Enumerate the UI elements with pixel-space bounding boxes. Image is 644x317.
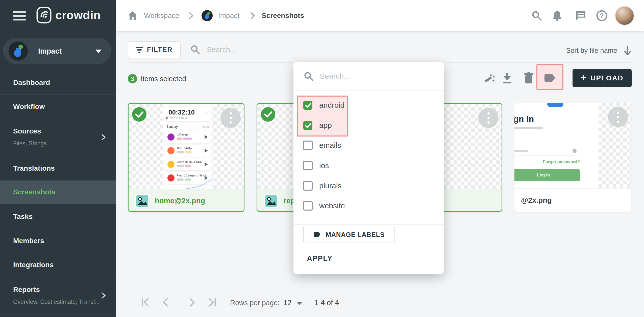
chat-icon[interactable] xyxy=(575,10,586,21)
sort-control[interactable]: Sort by file name xyxy=(566,46,631,56)
bell-icon[interactable] xyxy=(552,10,562,21)
thumb-section-text: Today xyxy=(166,124,178,129)
label-option-app[interactable]: app xyxy=(293,115,444,135)
image-file-icon xyxy=(264,194,278,208)
checkbox-unchecked-icon[interactable] xyxy=(303,201,313,211)
sidebar-item-label: Tasks xyxy=(13,213,33,221)
labels-dropdown: Search... android app emails ios plurals… xyxy=(293,62,444,274)
sidebar-item-members[interactable]: Members xyxy=(0,229,116,253)
hamburger-menu-icon[interactable] xyxy=(13,11,26,21)
project-selector[interactable]: Impact xyxy=(3,38,111,64)
upload-button-label: UPLOAD xyxy=(590,74,623,82)
checkbox-checked-icon[interactable] xyxy=(303,121,313,130)
card-menu-button[interactable] xyxy=(608,107,628,127)
label-option-ios[interactable]: ios xyxy=(293,155,444,176)
label-option-emails[interactable]: emails xyxy=(293,135,444,155)
label-tag-icon[interactable] xyxy=(544,72,556,84)
thumbnail-app-preview: 00:32:10 › Fitness Project Today See All… xyxy=(163,104,212,189)
help-icon[interactable]: ? xyxy=(596,10,608,21)
label-option-text: emails xyxy=(319,141,341,150)
project-avatar xyxy=(9,41,28,61)
search-icon[interactable] xyxy=(531,10,542,21)
breadcrumb-current: Screenshots xyxy=(262,12,304,20)
sidebar-item-label: Members xyxy=(13,237,44,245)
sidebar-item-workflow[interactable]: Workflow xyxy=(0,95,116,119)
filter-icon xyxy=(136,47,143,53)
label-search-input[interactable]: Search... xyxy=(320,72,350,80)
home-icon[interactable] xyxy=(128,11,138,20)
filter-button[interactable]: FILTER xyxy=(128,41,181,58)
crowdin-logo-icon xyxy=(36,7,52,24)
plus-icon: + xyxy=(581,73,586,82)
sidebar-item-dashboard[interactable]: Dashboard xyxy=(0,71,116,94)
sidebar-item-sources[interactable]: Sources Files, Strings xyxy=(0,119,116,155)
apply-button[interactable]: APPLY xyxy=(307,254,333,263)
checkbox-unchecked-icon[interactable] xyxy=(303,161,313,170)
checkbox-unchecked-icon[interactable] xyxy=(303,181,313,191)
sidebar-top: crowdin xyxy=(0,0,116,31)
sidebar-item-screenshots[interactable]: Screenshots xyxy=(0,180,116,204)
crowdin-logo[interactable]: crowdin xyxy=(36,7,101,24)
selected-check-icon[interactable] xyxy=(132,107,146,122)
screenshot-search[interactable]: Search... xyxy=(190,44,236,55)
divider xyxy=(0,314,116,314)
selected-check-icon[interactable] xyxy=(261,107,275,122)
screenshot-card-login[interactable]: gn In Forget password? Log in @2x.png xyxy=(514,103,631,212)
sidebar-item-label: Integrations xyxy=(13,261,54,269)
label-option-text: ios xyxy=(319,161,329,170)
breadcrumb-project[interactable]: Impact xyxy=(218,12,239,20)
thumb-login-button: Log in xyxy=(514,169,580,181)
label-option-android[interactable]: android xyxy=(293,95,444,115)
manage-labels-label: MANAGE LABELS xyxy=(326,231,384,239)
rows-per-page-label: Rows per page: xyxy=(230,299,280,307)
sidebar-item-tasks[interactable]: Tasks xyxy=(0,205,116,229)
search-placeholder: Search... xyxy=(207,46,236,54)
page-range-text: 1-4 of 4 xyxy=(314,299,339,307)
sidebar-item-label: Reports xyxy=(13,286,40,294)
download-icon[interactable] xyxy=(501,72,513,84)
card-footer: @2x.png xyxy=(514,188,631,212)
last-page-button[interactable] xyxy=(207,297,218,308)
rows-per-page-caret-icon[interactable] xyxy=(297,302,302,305)
screenshot-thumbnail: gn In Forget password? Log in xyxy=(514,103,631,188)
sort-label: Sort by file name xyxy=(566,47,617,55)
manage-labels-button[interactable]: MANAGE LABELS xyxy=(303,227,395,242)
label-option-website[interactable]: website xyxy=(293,196,444,216)
delete-icon[interactable] xyxy=(523,72,535,84)
sidebar-item-integrations[interactable]: Integrations xyxy=(0,253,116,277)
sidebar: crowdin Impact Dashboard Workflow Source… xyxy=(0,0,116,317)
image-file-icon xyxy=(135,194,149,208)
label-tag-icon xyxy=(313,231,321,238)
screenshot-card-home[interactable]: 00:32:10 › Fitness Project Today See All… xyxy=(128,103,244,212)
card-menu-button[interactable] xyxy=(220,108,241,128)
sidebar-item-label: Workflow xyxy=(13,103,45,111)
checkbox-checked-icon[interactable] xyxy=(303,100,313,110)
divider xyxy=(293,90,444,90)
screenshot-filename[interactable]: @2x.png xyxy=(521,196,552,205)
label-option-plurals[interactable]: plurals xyxy=(293,176,444,196)
checkbox-unchecked-icon[interactable] xyxy=(303,141,313,150)
next-page-button[interactable] xyxy=(186,297,197,308)
card-menu-button[interactable] xyxy=(478,108,499,128)
thumb-login-title: gn In xyxy=(514,114,534,124)
chevron-right-icon xyxy=(188,12,194,19)
previous-page-button[interactable] xyxy=(160,297,171,308)
sidebar-item-subtitle: Files, Strings xyxy=(13,140,47,147)
sidebar-item-label: Translations xyxy=(13,164,55,172)
thumb-timer-text: 00:32:10 xyxy=(168,108,195,116)
sidebar-item-label: Sources xyxy=(13,127,41,135)
first-page-button[interactable] xyxy=(140,297,151,308)
screenshot-filename[interactable]: home@2x.png xyxy=(155,197,205,205)
selected-items-text: items selected xyxy=(141,75,186,83)
breadcrumb-workspace[interactable]: Workspace xyxy=(144,12,179,20)
sidebar-item-reports[interactable]: Reports Overview, Cost estimate, Transl.… xyxy=(0,277,116,314)
upload-button[interactable]: + UPLOAD xyxy=(573,69,632,87)
thumbnail-app-preview: gn In Forget password? Log in xyxy=(514,103,599,188)
svg-text:?: ? xyxy=(600,12,604,19)
sidebar-item-translations[interactable]: Translations xyxy=(0,156,116,180)
project-name: Impact xyxy=(38,47,62,55)
rows-per-page-value[interactable]: 12 xyxy=(283,299,291,307)
auto-tag-wand-icon[interactable] xyxy=(483,72,496,84)
user-avatar[interactable] xyxy=(615,6,634,26)
divider xyxy=(293,224,444,225)
